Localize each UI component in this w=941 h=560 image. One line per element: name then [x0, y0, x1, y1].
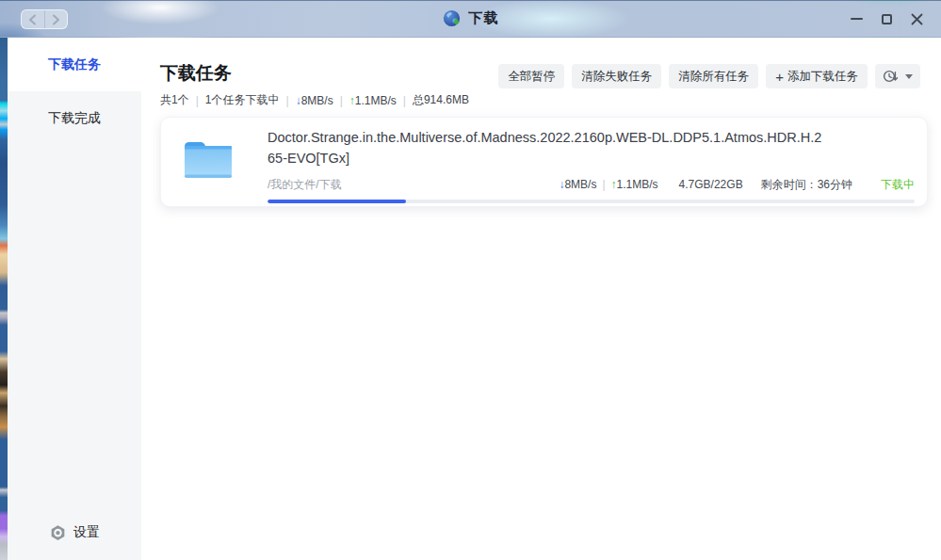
chevron-left-icon [28, 14, 37, 25]
sidebar-item-settings[interactable]: 设置 [8, 515, 141, 551]
settings-label: 设置 [73, 524, 100, 541]
task-filename: Doctor.Strange.in.the.Multiverse.of.Madn… [268, 127, 825, 168]
maximize-icon [882, 14, 892, 24]
add-task-button[interactable]: + 添加下载任务 [766, 64, 868, 88]
sidebar-item-label: 下载任务 [48, 56, 101, 73]
download-task-item[interactable]: Doctor.Strange.in.the.Multiverse.of.Madn… [160, 117, 928, 207]
pause-all-button[interactable]: 全部暂停 [498, 64, 564, 88]
folder-icon [182, 135, 235, 182]
task-progress-fill [268, 200, 406, 203]
minimize-button[interactable] [841, 0, 871, 38]
close-icon [911, 13, 923, 25]
maximize-button[interactable] [871, 0, 901, 38]
main-panel: 下载任务 共1个 | 1个任务下载中 | ↓8MB/s | ↑1.1MB/s |… [141, 38, 941, 560]
window-title: 下载 [469, 9, 499, 27]
task-speeds: ↓8MB/s | ↑1.1MB/s [559, 178, 657, 191]
gear-icon [49, 524, 67, 542]
summary-count: 共1个 [160, 92, 189, 108]
sidebar-item-download-finished[interactable]: 下载完成 [8, 91, 141, 145]
task-status-badge: 下载中 [881, 177, 915, 193]
summary-active: 1个任务下载中 [205, 92, 280, 108]
summary-down-speed: ↓8MB/s [296, 94, 333, 107]
sidebar-item-label: 下载完成 [48, 110, 101, 127]
app-window: 下载 下载任务 下载完成 [0, 0, 941, 560]
forward-button[interactable] [44, 10, 68, 28]
separator: | [286, 94, 289, 107]
task-progress-bar [268, 200, 915, 203]
task-size: 4.7GB/22GB [679, 178, 743, 191]
separator: | [403, 94, 406, 107]
separator: | [340, 94, 343, 107]
close-button[interactable] [901, 0, 932, 38]
summary-up-speed: ↑1.1MB/s [349, 94, 397, 107]
back-button[interactable] [22, 10, 44, 28]
summary-bar: 共1个 | 1个任务下载中 | ↓8MB/s | ↑1.1MB/s | 总914… [160, 92, 469, 108]
minimize-icon [851, 18, 863, 20]
task-path: /我的文件/下载 [268, 177, 342, 193]
download-app-globe-icon [443, 9, 462, 28]
summary-total: 总914.6MB [413, 92, 469, 108]
sidebar: 下载任务 下载完成 设置 [8, 38, 141, 560]
page-title: 下载任务 [160, 62, 469, 85]
task-meta-row: /我的文件/下载 ↓8MB/s | ↑1.1MB/s 4.7GB/22GB 剩余… [268, 177, 915, 193]
clear-all-button[interactable]: 清除所有任务 [669, 64, 758, 88]
wallpaper-edge-strip [0, 38, 8, 560]
sidebar-item-download-tasks[interactable]: 下载任务 [8, 38, 141, 91]
window-controls [841, 0, 932, 38]
separator: | [602, 178, 605, 191]
nav-button-group [21, 9, 68, 29]
sort-by-time-button[interactable] [875, 64, 920, 88]
titlebar: 下载 [0, 0, 941, 38]
sort-by-time-icon [883, 69, 899, 84]
toolbar: 全部暂停 清除失败任务 清除所有任务 + 添加下载任务 [498, 64, 920, 88]
chevron-right-icon [52, 14, 60, 25]
window-title-group: 下载 [443, 9, 499, 28]
caret-down-icon [905, 74, 913, 79]
task-remaining-time: 剩余时间：36分钟 [761, 177, 852, 193]
plus-icon: + [775, 70, 784, 84]
clear-failed-button[interactable]: 清除失败任务 [572, 64, 661, 88]
separator: | [196, 94, 199, 107]
main-header: 下载任务 共1个 | 1个任务下载中 | ↓8MB/s | ↑1.1MB/s |… [141, 38, 941, 108]
